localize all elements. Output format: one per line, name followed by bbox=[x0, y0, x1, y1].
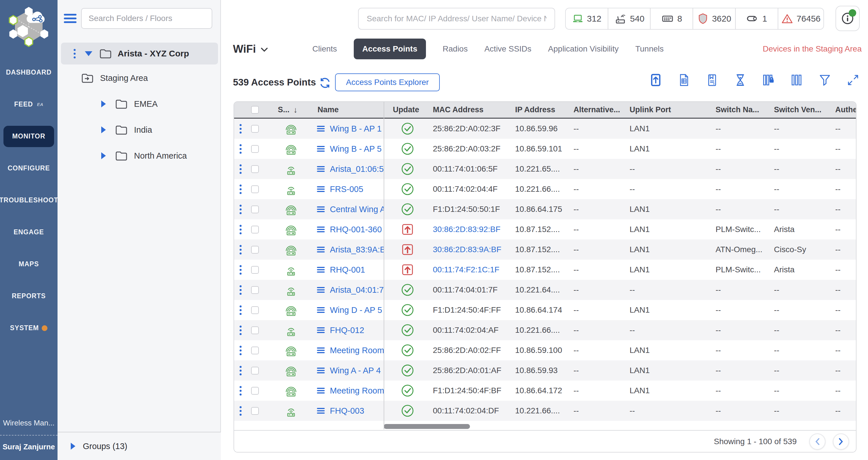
row-menu-icon[interactable] bbox=[240, 386, 242, 396]
table-row[interactable]: FHQ-003 00:11:74:02:04:DF 10.221.66.... … bbox=[234, 401, 856, 421]
device-details-icon[interactable] bbox=[317, 407, 325, 415]
caret-right-icon[interactable] bbox=[101, 152, 106, 159]
tree-item-north-america[interactable]: North America bbox=[58, 143, 221, 169]
row-menu-icon[interactable] bbox=[240, 225, 242, 234]
security-count[interactable]: 3620 bbox=[693, 8, 736, 29]
col-header-switch-vendor[interactable]: Switch Ven... bbox=[773, 102, 831, 118]
caret-right-icon[interactable] bbox=[101, 126, 106, 133]
access-points-count[interactable]: 540 bbox=[608, 8, 651, 29]
table-row[interactable]: Wing B - AP 1 25:86:2D:A0:02:3F 10.86.59… bbox=[234, 119, 856, 139]
device-details-icon[interactable] bbox=[317, 326, 325, 334]
expand-icon[interactable] bbox=[846, 73, 860, 87]
col-header-update[interactable]: Update bbox=[384, 102, 425, 118]
row-checkbox[interactable] bbox=[251, 347, 259, 354]
tab-active-ssids[interactable]: Active SSIDs bbox=[484, 44, 531, 54]
info-button[interactable] bbox=[836, 6, 860, 31]
table-row[interactable]: RHQ-001 00:11:74:F2:1C:1F 10.87.152.... … bbox=[234, 260, 856, 280]
row-menu-icon[interactable] bbox=[240, 265, 242, 275]
col-header-switch-name[interactable]: Switch Na... bbox=[712, 102, 773, 118]
sensors-count[interactable]: 1 bbox=[736, 8, 778, 29]
table-row[interactable]: Meeting Room 25:86:2D:A0:02:FF 10.86.59.… bbox=[234, 340, 856, 361]
table-row[interactable]: Arista_83:9A:B 30:86:2D:83:9A:BF 10.87.1… bbox=[234, 239, 856, 260]
sidebar-item-maps[interactable]: MAPS bbox=[0, 248, 58, 280]
row-checkbox[interactable] bbox=[251, 165, 259, 173]
row-menu-icon[interactable] bbox=[240, 306, 242, 315]
ap-name-link[interactable]: Wing B - AP 5 bbox=[330, 144, 382, 154]
tree-root-menu-icon[interactable] bbox=[74, 49, 75, 58]
scrollbar-thumb[interactable] bbox=[384, 424, 470, 429]
row-menu-icon[interactable] bbox=[240, 406, 242, 416]
tree-item-emea[interactable]: EMEA bbox=[58, 91, 221, 117]
tab-tunnels[interactable]: Tunnels bbox=[635, 44, 664, 54]
row-checkbox[interactable] bbox=[251, 125, 259, 133]
ap-name-link[interactable]: Wing B - AP 1 bbox=[330, 124, 382, 134]
tree-item-root[interactable]: Arista - XYZ Corp bbox=[61, 42, 218, 64]
row-menu-icon[interactable] bbox=[240, 124, 242, 134]
sidebar-item-engage[interactable]: ENGAGE bbox=[0, 216, 58, 248]
collapse-panel-icon[interactable] bbox=[64, 14, 76, 24]
ap-name-link[interactable]: Meeting Room bbox=[330, 386, 384, 396]
user-menu[interactable]: Suraj Zanjurne bbox=[0, 435, 58, 460]
columns-icon[interactable] bbox=[790, 73, 804, 87]
table-row[interactable]: FHQ-012 00:11:74:02:04:AF 10.221.66.... … bbox=[234, 320, 856, 340]
row-menu-icon[interactable] bbox=[240, 205, 242, 214]
sidebar-item-configure[interactable]: CONFIGURE bbox=[0, 152, 58, 184]
table-row[interactable]: Wing B - AP 5 25:86:2D:A0:03:2F 10.86.59… bbox=[234, 139, 856, 159]
previous-page-button[interactable] bbox=[809, 433, 826, 450]
row-menu-icon[interactable] bbox=[240, 366, 242, 375]
mac-address[interactable]: 30:86:2D:83:9A:BF bbox=[433, 245, 501, 254]
sort-desc-icon[interactable]: ↓ bbox=[293, 105, 298, 115]
switches-count[interactable]: 8 bbox=[651, 8, 693, 29]
row-menu-icon[interactable] bbox=[240, 325, 242, 335]
row-checkbox[interactable] bbox=[251, 226, 259, 233]
sidebar-item-dashboard[interactable]: DASHBOARD bbox=[0, 56, 58, 88]
row-checkbox[interactable] bbox=[251, 306, 259, 314]
sidebar-item-monitor[interactable]: MONITOR bbox=[0, 120, 58, 152]
col-header-uplink[interactable]: Uplink Port bbox=[629, 102, 712, 118]
table-row[interactable]: FRS-005 00:11:74:02:04:4F 10.221.66.... … bbox=[234, 179, 856, 199]
horizontal-scrollbar[interactable] bbox=[234, 423, 857, 430]
filter-icon[interactable] bbox=[818, 73, 832, 87]
sidebar-item-reports[interactable]: REPORTS bbox=[0, 280, 58, 312]
device-details-icon[interactable] bbox=[317, 145, 325, 153]
ap-name-link[interactable]: Arista_04:01:7 bbox=[330, 285, 384, 295]
sidebar-item-feed[interactable]: FEEDEA bbox=[0, 88, 58, 120]
ap-name-link[interactable]: RHQ-001 bbox=[330, 265, 365, 275]
alerts-count[interactable]: 76456 bbox=[778, 8, 824, 29]
section-selector[interactable]: WiFi bbox=[233, 37, 268, 61]
sidebar-item-system[interactable]: SYSTEM bbox=[0, 312, 58, 344]
table-row[interactable]: Arista_04:01:7 00:11:74:04:01:7F 10.221.… bbox=[234, 280, 856, 300]
ap-name-link[interactable]: Arista_01:06:5 bbox=[330, 164, 384, 174]
tab-radios[interactable]: Radios bbox=[443, 44, 468, 54]
col-header-ip[interactable]: IP Address bbox=[507, 102, 567, 118]
device-details-icon[interactable] bbox=[317, 286, 325, 294]
row-checkbox[interactable] bbox=[251, 367, 259, 374]
ap-name-link[interactable]: FRS-005 bbox=[330, 184, 363, 194]
device-details-icon[interactable] bbox=[317, 225, 325, 233]
ap-name-link[interactable]: FHQ-003 bbox=[330, 406, 364, 416]
table-row[interactable]: Arista_01:06:5 00:11:74:01:06:5F 10.221.… bbox=[234, 159, 856, 179]
row-checkbox[interactable] bbox=[251, 387, 259, 395]
ap-name-link[interactable]: Arista_83:9A:B bbox=[330, 245, 384, 255]
select-all-checkbox[interactable] bbox=[251, 106, 259, 114]
table-row[interactable]: Meeting Room F1:D1:24:50:4F:BF 10.86.64.… bbox=[234, 380, 856, 401]
row-checkbox[interactable] bbox=[251, 286, 259, 294]
row-checkbox[interactable] bbox=[251, 205, 259, 213]
device-details-icon[interactable] bbox=[317, 165, 325, 173]
device-details-icon[interactable] bbox=[317, 346, 325, 354]
sidebar-item-troubleshoot[interactable]: TROUBLESHOOT bbox=[0, 184, 58, 216]
row-checkbox[interactable] bbox=[251, 246, 259, 254]
table-row[interactable]: Wing A - AP 4 25:86:2D:A0:01:AF 10.86.59… bbox=[234, 361, 856, 380]
staging-area-link[interactable]: Devices in the Staging Area bbox=[763, 37, 862, 61]
freeze-columns-icon[interactable] bbox=[762, 73, 775, 87]
caret-right-icon[interactable] bbox=[71, 443, 75, 450]
col-header-auth[interactable]: Authent bbox=[831, 102, 856, 118]
access-points-explorer-button[interactable]: Access Points Explorer bbox=[335, 74, 440, 91]
device-details-icon[interactable] bbox=[317, 246, 325, 254]
mac-address[interactable]: 30:86:2D:83:92:BF bbox=[433, 225, 500, 234]
col-header-name[interactable]: Name bbox=[303, 102, 384, 118]
groups-section[interactable]: Groups (13) bbox=[58, 432, 221, 460]
folders-search-input[interactable] bbox=[81, 8, 212, 29]
row-menu-icon[interactable] bbox=[240, 144, 242, 154]
col-header-status[interactable]: S...↓ bbox=[263, 102, 303, 118]
